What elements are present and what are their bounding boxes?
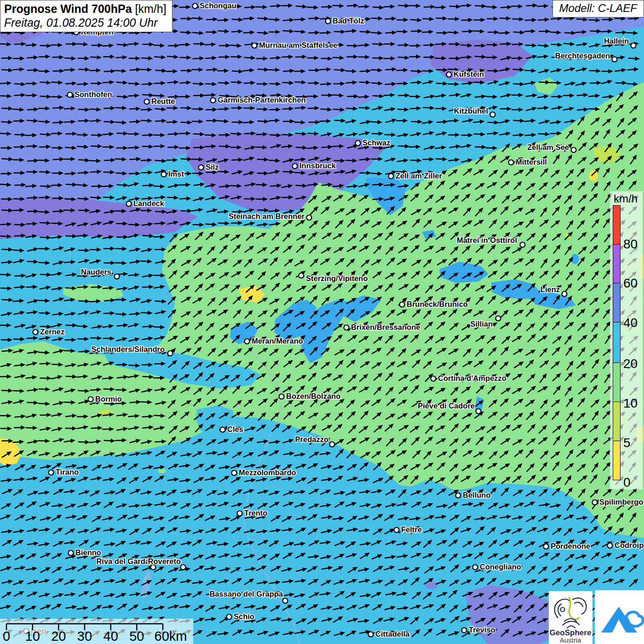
scalebar-label-0: 0 — [3, 629, 10, 644]
legend-tick-10: 10 — [623, 397, 638, 410]
city-murnau-am-staffelsee: Murnau am Staffelsee — [252, 41, 338, 49]
city-marker — [608, 543, 613, 548]
city-label: Landeck — [133, 199, 165, 207]
city-marker — [462, 628, 467, 633]
city-marker — [356, 141, 361, 146]
legend-segment-6 — [613, 441, 621, 480]
city-marker — [544, 544, 549, 549]
city-label: Treviso — [469, 626, 495, 634]
city-conegliano: Conegliano — [473, 563, 521, 571]
legend-tick-60: 60 — [623, 277, 638, 290]
legend-tick-40: 40 — [623, 316, 638, 329]
city-marker — [520, 242, 525, 247]
map-title-text: Prognose Wind 700hPa — [4, 2, 132, 15]
legend-tick-0: 0 — [623, 476, 631, 489]
geosphere-logo: GeoSphere Austria — [549, 591, 592, 644]
scalebar-label-30: 30 — [77, 629, 92, 644]
city-label: Pieve di Cadore — [418, 402, 475, 410]
city-bozen-bolzano: Bozen/Bolzano — [279, 392, 341, 400]
legend-unit-label: km/h — [614, 192, 638, 205]
legend-segment-0 — [613, 205, 621, 245]
city-marker — [237, 511, 242, 516]
legend-segment-2 — [613, 283, 621, 322]
city-label: Silz — [206, 163, 218, 171]
city-marker — [562, 292, 567, 297]
city-label: Reutte — [151, 97, 175, 105]
city-label: Bad Tölz — [333, 17, 364, 25]
city-brixen-bressanone: Brixen/Bressanone — [344, 323, 420, 331]
geosphere-logo-mark — [555, 598, 586, 628]
city-marker — [571, 148, 576, 153]
city-label: Imst — [168, 170, 184, 178]
scalebar-label-60km: 60km — [155, 629, 187, 644]
city-meran-merano: Meran/Merano — [245, 337, 303, 345]
city-label: Lienz — [540, 285, 560, 293]
city-label: Schongau — [200, 1, 236, 10]
city-marker — [631, 43, 636, 48]
model-logo — [595, 590, 644, 644]
city-marker — [490, 112, 495, 117]
legend-tick-5: 5 — [623, 437, 631, 449]
city-marker — [69, 551, 74, 556]
city-label: Bienno — [75, 548, 101, 557]
city-label: Bruneck/Brunico — [407, 300, 468, 308]
city-label: Schio — [234, 612, 254, 621]
city-label: Spilimbergo — [599, 498, 643, 506]
city-marker — [299, 273, 304, 278]
city-marker — [161, 172, 167, 177]
scalebar-label-10: 10 — [25, 629, 40, 644]
legend-segment-3 — [613, 322, 621, 363]
city-marker — [293, 164, 298, 169]
city-label: Sonthofen — [75, 90, 112, 98]
city-label: Garmisch-Partenkirchen — [218, 96, 306, 104]
city-label: Zernez — [40, 328, 64, 336]
city-marker — [144, 99, 150, 104]
city-label: Murnau am Staffelsee — [259, 41, 338, 49]
city-label: Cittadella — [375, 630, 410, 638]
weather-map-stage: SchongauBad TölzKemptenMurnau am Staffel… — [0, 0, 644, 644]
city-marker — [456, 493, 461, 498]
city-marker — [344, 325, 349, 330]
city-steinach-am-brenner: Steinach am Brenner — [229, 212, 312, 220]
city-label: Trento — [244, 509, 267, 517]
city-marker — [88, 397, 93, 402]
scalebar-label-40: 40 — [104, 629, 118, 644]
city-label: Feltre — [401, 525, 422, 534]
legend-segment-5 — [613, 402, 621, 441]
city-label: Berchtesgaden — [555, 52, 610, 60]
city-marker — [181, 565, 186, 570]
city-marker — [232, 471, 237, 476]
map-title: Prognose Wind 700hPa [km/h] — [4, 2, 167, 16]
city-marker — [307, 215, 312, 220]
city-label: Brixen/Bressanone — [351, 323, 420, 331]
city-label: Innsbruck — [299, 161, 336, 170]
city-cortina-d-ampezzo: Cortina d'Ampezzo — [431, 374, 506, 382]
city-label: Nauders — [81, 268, 111, 276]
scalebar-label-20: 20 — [51, 629, 66, 644]
city-marker — [151, 565, 156, 570]
city-marker — [509, 160, 514, 165]
city-marker — [330, 442, 335, 447]
wind-map: SchongauBad TölzKemptenMurnau am Staffel… — [0, 0, 644, 644]
city-marker — [279, 394, 284, 399]
city-marker — [49, 470, 54, 475]
city-marker — [431, 376, 436, 381]
scale-bar-ruler: 0102030405060km — [0, 619, 193, 644]
city-marker — [283, 598, 288, 604]
city-label: Belluno — [463, 491, 491, 499]
legend-color-bar — [613, 205, 621, 483]
city-marker — [33, 330, 38, 335]
city-label: Cles — [227, 425, 243, 433]
city-label: Sillian — [470, 320, 493, 328]
city-label: Conegliano — [480, 563, 521, 571]
city-label: Mittersill — [516, 158, 547, 166]
city-marker — [592, 500, 598, 505]
city-marker — [227, 615, 232, 620]
city-label: Steinach am Brenner — [229, 212, 305, 220]
model-label: Modell: C-LAEF — [559, 2, 637, 14]
city-marker — [447, 72, 452, 77]
city-marker — [473, 565, 478, 570]
city-label: Mezzolombardo — [239, 468, 296, 477]
city-marker — [252, 43, 257, 48]
city-label: Tirano — [56, 468, 79, 476]
